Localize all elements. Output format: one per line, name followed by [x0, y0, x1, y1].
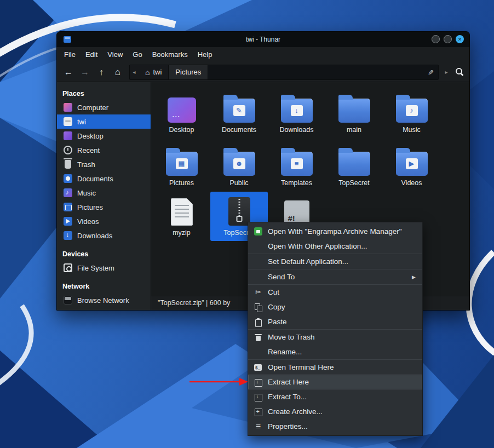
path-root-label: twi — [153, 68, 162, 76]
sidebar-item-label: Trash — [77, 160, 95, 169]
file-item-topsecret-folder[interactable]: TopSecret — [325, 142, 383, 191]
forward-icon[interactable] — [78, 65, 92, 79]
menu-item-label: Rename... — [268, 348, 302, 356]
path-dir-label: Pictures — [175, 68, 201, 76]
extract-icon — [254, 378, 263, 387]
menu-item-send-to[interactable]: Send To — [248, 269, 422, 284]
folder-videos-icon: ▶ — [396, 152, 428, 176]
file-item-templates[interactable]: ≡ Templates — [268, 142, 325, 191]
sidebar-item-filesystem[interactable]: File System — [57, 261, 151, 275]
file-item-downloads[interactable]: ↓ Downloads — [268, 89, 325, 138]
file-item-public[interactable]: ☻ Public — [210, 142, 268, 191]
path-scroll-left-icon[interactable] — [130, 65, 139, 79]
path-button-pictures[interactable]: Pictures — [169, 65, 208, 79]
file-item-videos[interactable]: ▶ Videos — [383, 142, 440, 191]
menu-item-rename[interactable]: Rename... — [248, 344, 422, 359]
sidebar-item-downloads[interactable]: Downloads — [57, 228, 151, 243]
file-label: Documents — [222, 126, 256, 134]
menu-item-set-default-application[interactable]: Set Default Application... — [248, 254, 422, 269]
sidebar-item-label: Downloads — [77, 232, 112, 240]
menu-item-open-with-other[interactable]: Open With Other Application... — [248, 239, 422, 254]
drive-icon — [64, 263, 72, 272]
edit-path-icon[interactable] — [428, 67, 434, 77]
menu-item-open-with-engrampa[interactable]: Open With "Engrampa Archive Manager" — [248, 224, 422, 239]
file-item-music[interactable]: ♪ Music — [383, 89, 440, 138]
up-icon[interactable] — [94, 65, 108, 79]
maximize-button[interactable] — [444, 35, 452, 43]
menu-item-label: Open With Other Application... — [268, 242, 367, 250]
menu-item-label: Extract To... — [268, 393, 307, 401]
videos-icon — [64, 217, 72, 226]
location-entry[interactable] — [208, 65, 438, 79]
menu-item-label: Set Default Application... — [268, 257, 348, 266]
menu-item-label: Send To — [268, 273, 295, 281]
archive-icon — [254, 407, 263, 416]
close-button[interactable] — [456, 35, 464, 43]
sidebar-item-twi[interactable]: twi — [57, 114, 151, 129]
sidebar-item-trash[interactable]: Trash — [57, 157, 151, 171]
sidebar-item-label: Recent — [77, 146, 100, 154]
menu-item-create-archive[interactable]: Create Archive... — [248, 404, 422, 419]
menu-file[interactable]: File — [59, 47, 81, 62]
blank-icon — [254, 242, 263, 251]
sidebar-item-pictures[interactable]: Pictures — [57, 200, 151, 214]
path-button-home[interactable]: twi — [139, 65, 169, 79]
folder-music-icon: ♪ — [396, 99, 428, 123]
menu-item-properties[interactable]: Properties... — [248, 419, 422, 434]
sidebar-item-videos[interactable]: Videos — [57, 214, 151, 228]
text-file-icon — [171, 198, 193, 226]
engrampa-icon — [254, 227, 262, 236]
home-icon[interactable] — [111, 65, 125, 79]
recent-icon — [64, 146, 72, 154]
menu-item-extract-to[interactable]: Extract To... — [248, 389, 422, 404]
back-icon[interactable] — [61, 65, 76, 79]
path-scroll-right-icon[interactable] — [442, 69, 451, 75]
sidebar-item-browse-network[interactable]: Browse Network — [57, 293, 151, 307]
menu-item-extract-here[interactable]: Extract Here — [248, 375, 422, 389]
menu-help[interactable]: Help — [193, 47, 217, 62]
menu-bookmarks[interactable]: Bookmarks — [147, 47, 193, 62]
menu-view[interactable]: View — [102, 47, 128, 62]
menu-item-copy[interactable]: Copy — [248, 300, 422, 314]
menu-item-label: Move to Trash — [268, 333, 315, 341]
menu-item-label: Copy — [268, 303, 285, 311]
menu-item-paste[interactable]: Paste — [248, 314, 422, 329]
file-item-pictures[interactable]: ▦ Pictures — [153, 142, 210, 191]
menu-item-cut[interactable]: Cut — [248, 285, 422, 300]
menu-item-move-to-trash[interactable]: Move to Trash — [248, 330, 422, 344]
menu-edit[interactable]: Edit — [81, 47, 102, 62]
folder-downloads-icon: ↓ — [281, 99, 313, 123]
file-item-documents[interactable]: ✎ Documents — [210, 89, 268, 138]
sidebar-item-desktop[interactable]: Desktop — [57, 129, 151, 143]
file-label: Downloads — [280, 126, 314, 134]
file-label: Public — [229, 179, 248, 187]
menu-item-label: Open With "Engrampa Archive Manager" — [268, 227, 401, 236]
folder-icon — [338, 152, 370, 176]
file-item-desktop[interactable]: Desktop — [153, 89, 210, 138]
title-bar[interactable]: twi - Thunar — [57, 32, 469, 47]
folder-icon — [338, 99, 370, 123]
file-label: Templates — [281, 179, 312, 187]
paste-icon — [254, 318, 263, 326]
file-item-main[interactable]: main — [325, 89, 383, 138]
sidebar-item-computer[interactable]: Computer — [57, 100, 151, 114]
file-item-myzip[interactable]: myzip — [153, 192, 210, 241]
extract-icon — [254, 393, 263, 401]
minimize-button[interactable] — [432, 35, 440, 43]
menu-item-open-terminal-here[interactable]: Open Terminal Here — [248, 360, 422, 375]
thunar-app-icon — [64, 36, 71, 43]
sidebar-item-documents[interactable]: Documents — [57, 171, 151, 186]
menu-go[interactable]: Go — [128, 47, 147, 62]
copy-icon — [254, 303, 263, 312]
desktop-tile-icon — [168, 97, 196, 123]
file-label: main — [347, 126, 361, 134]
search-icon[interactable] — [455, 67, 464, 77]
file-label: Music — [403, 126, 421, 134]
sidebar-item-music[interactable]: Music — [57, 186, 151, 200]
properties-icon — [254, 422, 263, 431]
trash-icon — [254, 333, 263, 342]
folder-templates-icon: ≡ — [281, 152, 313, 176]
documents-icon — [64, 174, 72, 183]
computer-icon — [64, 103, 72, 112]
sidebar-item-recent[interactable]: Recent — [57, 143, 151, 157]
